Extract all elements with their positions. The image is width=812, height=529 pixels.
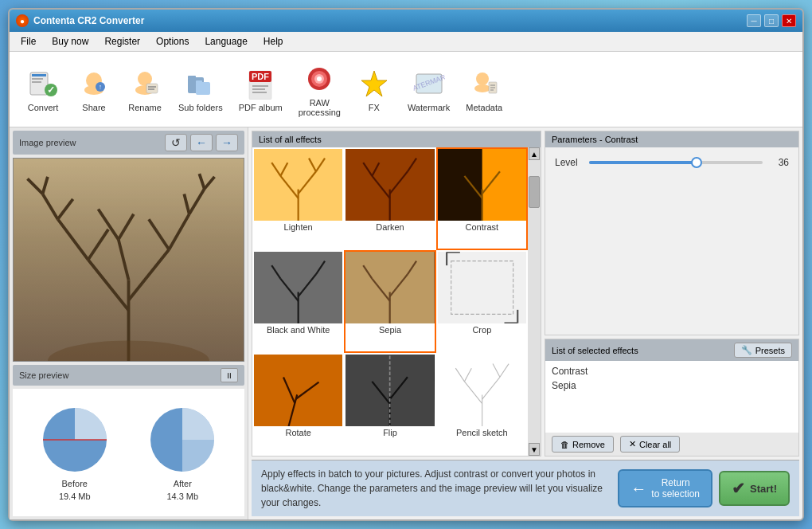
fx-label: FX [369, 103, 380, 112]
effect-thumb-flip [345, 355, 434, 426]
svg-point-28 [317, 76, 322, 81]
effect-crop[interactable]: Crop [436, 250, 528, 353]
svg-rect-23 [252, 88, 265, 90]
contrast-slider[interactable] [589, 161, 763, 164]
size-preview-label: Size preview [19, 370, 68, 380]
maximize-button[interactable]: □ [764, 14, 779, 27]
level-label: Level [555, 157, 583, 168]
effect-name-bw: Black and White [267, 323, 330, 336]
effect-thumb-darken [345, 149, 434, 221]
presets-icon: 🔧 [741, 345, 752, 355]
subfolders-label: Sub folders [178, 103, 223, 112]
toolbar-subfolders-button[interactable]: Sub folders [172, 63, 229, 116]
pdfalbum-icon: PDF [243, 66, 278, 101]
svg-rect-79 [438, 149, 482, 221]
toolbar-metadata-button[interactable]: Metadata [459, 63, 509, 116]
effects-and-params: List of all effects [252, 131, 799, 457]
selected-effect-sepia[interactable]: Sepia [552, 378, 792, 393]
preview-rotate-btn[interactable]: ↺ [165, 134, 187, 151]
start-label: Start! [750, 483, 777, 495]
menu-options[interactable]: Options [148, 33, 197, 49]
toolbar-convert-button[interactable]: ✓ Convert [19, 63, 67, 116]
menu-buynow[interactable]: Buy now [44, 33, 96, 49]
toolbar-pdfalbum-button[interactable]: PDF PDF album [232, 63, 289, 116]
menu-register[interactable]: Register [96, 33, 148, 49]
convert-icon: ✓ [25, 66, 61, 101]
svg-rect-12 [146, 84, 158, 93]
right-panel: List of all effects [248, 127, 802, 519]
effect-sepia[interactable]: Sepia [344, 250, 435, 353]
title-bar: ● Contenta CR2 Converter ─ □ ✕ [10, 10, 802, 32]
effects-panel: List of all effects [252, 131, 541, 457]
close-button[interactable]: ✕ [782, 14, 796, 27]
app-icon: ● [16, 14, 29, 27]
before-chart: Before 19.4 Mb [39, 404, 111, 501]
effect-name-pencil: Pencil sketch [456, 426, 508, 439]
svg-point-32 [476, 72, 489, 85]
slider-thumb[interactable] [691, 157, 702, 168]
effect-flip[interactable]: Flip [344, 353, 435, 456]
minimize-button[interactable]: ─ [747, 14, 761, 27]
before-size: 19.4 Mb [59, 492, 91, 501]
remove-button[interactable]: 🗑 Remove [552, 436, 614, 453]
return-to-selection-button[interactable]: ← Return to selection [618, 469, 712, 507]
svg-rect-96 [345, 252, 434, 323]
selected-effect-contrast[interactable]: Contrast [552, 364, 792, 378]
effect-rotate[interactable]: Rotate [252, 353, 344, 456]
share-icon: ↑ [76, 66, 111, 101]
share-label: Share [82, 103, 105, 112]
rawprocessing-icon [302, 61, 337, 96]
selected-effects-panel: List of selected effects 🔧 Presets Contr… [545, 339, 799, 457]
effect-name-rotate: Rotate [285, 426, 310, 439]
scrollbar-thumb[interactable] [529, 176, 540, 208]
preview-prev-btn[interactable]: ← [190, 134, 213, 151]
svg-rect-103 [254, 355, 342, 426]
presets-button[interactable]: 🔧 Presets [734, 343, 792, 358]
start-button[interactable]: ✔ Start! [719, 471, 790, 506]
svg-rect-77 [345, 149, 434, 221]
effect-darken[interactable]: Darken [344, 147, 435, 250]
app-title: Contenta CR2 Converter [33, 15, 144, 26]
back-arrow-icon: ← [630, 480, 646, 498]
effect-bw[interactable]: Black and White [252, 250, 344, 353]
menu-file[interactable]: File [13, 33, 44, 49]
params-panel: Parameters - Contrast Level 36 [545, 131, 799, 457]
effect-contrast[interactable]: Contrast [436, 147, 528, 250]
remove-icon: 🗑 [560, 440, 569, 449]
main-window: ● Contenta CR2 Converter ─ □ ✕ File Buy … [8, 8, 804, 521]
toolbar-watermark-button[interactable]: WATERMARK Watermark [401, 63, 456, 116]
svg-rect-89 [254, 252, 342, 323]
effect-thumb-crop [438, 252, 526, 323]
effect-pencil[interactable]: Pencil sketch [436, 353, 528, 456]
left-panel: Image preview ↺ ← → [10, 127, 248, 519]
toolbar-rename-button[interactable]: Rename [121, 63, 169, 116]
svg-text:↑: ↑ [99, 83, 103, 91]
pause-button[interactable]: ⏸ [221, 368, 238, 382]
image-preview-header: Image preview ↺ ← → [13, 131, 244, 155]
toolbar-rawprocessing-button[interactable]: RAW processing [292, 58, 347, 120]
nav-label: Return to selection [651, 477, 700, 500]
preview-controls: ↺ ← → [165, 134, 238, 151]
clear-all-button[interactable]: ✕ Clear all [620, 436, 680, 453]
toolbar-share-button[interactable]: ↑ Share [70, 63, 118, 116]
effect-thumb-sepia [345, 252, 434, 323]
menu-help[interactable]: Help [256, 33, 291, 49]
svg-rect-22 [252, 85, 268, 87]
bottom-bar: Apply effects in batch to your pictures.… [252, 460, 799, 516]
effects-grid-wrapper: Lighten [252, 147, 541, 456]
after-size: 14.3 Mb [166, 492, 198, 501]
effects-scrollbar[interactable]: ▲ ▼ [528, 147, 541, 456]
checkmark-icon: ✔ [732, 479, 745, 498]
effect-thumb-lighten [254, 149, 342, 221]
effects-grid: Lighten [252, 147, 528, 456]
effect-lighten[interactable]: Lighten [252, 147, 344, 250]
preview-next-btn[interactable]: → [216, 134, 238, 151]
toolbar-fx-button[interactable]: FX [350, 63, 398, 116]
params-header: Parameters - Contrast [545, 131, 798, 147]
toolbar: ✓ Convert ↑ Share [10, 52, 802, 127]
level-value: 36 [769, 157, 789, 168]
menu-language[interactable]: Language [197, 33, 255, 49]
effect-name-darken: Darken [376, 221, 404, 233]
effect-thumb-contrast [438, 149, 526, 221]
title-bar-left: ● Contenta CR2 Converter [16, 14, 144, 27]
